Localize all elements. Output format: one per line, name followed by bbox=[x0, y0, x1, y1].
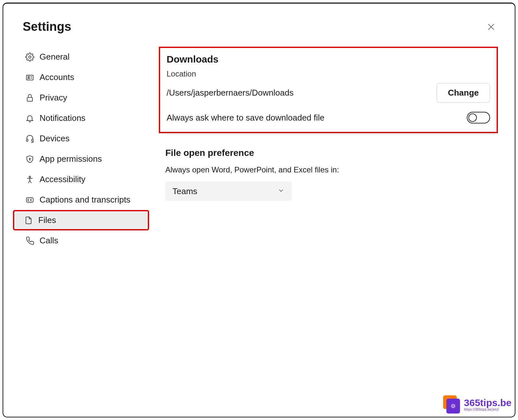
sidebar-item-label: Accessibility bbox=[40, 174, 86, 184]
svg-rect-8 bbox=[27, 139, 28, 141]
location-label: Location bbox=[167, 69, 490, 78]
svg-rect-13 bbox=[27, 198, 33, 202]
always-ask-label: Always ask where to save downloaded file bbox=[167, 113, 324, 123]
section-divider bbox=[165, 134, 495, 135]
svg-point-14 bbox=[452, 405, 454, 407]
svg-point-10 bbox=[29, 158, 30, 159]
phone-icon bbox=[25, 236, 37, 245]
sidebar-item-accounts[interactable]: Accounts bbox=[23, 67, 149, 88]
always-ask-toggle[interactable] bbox=[467, 112, 490, 123]
sidebar-item-calls[interactable]: Calls bbox=[23, 230, 149, 251]
id-card-icon bbox=[25, 73, 37, 82]
bell-icon bbox=[25, 114, 37, 123]
sidebar-item-label: App permissions bbox=[40, 154, 102, 164]
svg-point-12 bbox=[29, 176, 31, 178]
sidebar-item-general[interactable]: General bbox=[23, 47, 149, 67]
sidebar-item-devices[interactable]: Devices bbox=[23, 128, 149, 149]
toggle-knob bbox=[468, 113, 477, 122]
watermark-badge bbox=[443, 395, 460, 414]
download-location-path: /Users/jasperbernaers/Downloads bbox=[167, 88, 294, 98]
sidebar-item-label: Notifications bbox=[40, 113, 86, 123]
content-pane: Downloads Location /Users/jasperbernaers… bbox=[149, 47, 495, 404]
watermark-text: 365tips.be bbox=[464, 398, 512, 408]
location-row: /Users/jasperbernaers/Downloads Change bbox=[167, 83, 490, 103]
settings-modal: Settings General bbox=[3, 3, 515, 417]
sidebar-item-captions[interactable]: Captions and transcripts bbox=[23, 190, 149, 210]
body: General Accounts bbox=[23, 47, 495, 404]
lock-icon bbox=[25, 93, 37, 102]
sidebar-item-notifications[interactable]: Notifications bbox=[23, 108, 149, 128]
sidebar-item-label: Calls bbox=[40, 236, 58, 246]
sidebar-item-accessibility[interactable]: Accessibility bbox=[23, 169, 149, 190]
watermark: 365tips.be https://365tips.be(en)/ bbox=[443, 395, 512, 414]
headset-icon bbox=[25, 134, 37, 143]
close-icon[interactable] bbox=[487, 23, 495, 31]
chevron-down-icon bbox=[277, 187, 285, 195]
page-title: Settings bbox=[23, 20, 71, 34]
header: Settings bbox=[23, 20, 495, 34]
sidebar-item-label: General bbox=[40, 52, 70, 62]
downloads-section: Downloads Location /Users/jasperbernaers… bbox=[159, 47, 498, 133]
sidebar-item-files[interactable]: Files bbox=[13, 210, 149, 230]
sidebar-item-privacy[interactable]: Privacy bbox=[23, 88, 149, 108]
watermark-text-wrap: 365tips.be https://365tips.be(en)/ bbox=[464, 398, 512, 411]
sidebar-item-label: Files bbox=[38, 215, 56, 225]
sidebar-item-label: Accounts bbox=[40, 72, 74, 82]
change-button[interactable]: Change bbox=[437, 83, 490, 103]
sidebar-item-app-permissions[interactable]: App permissions bbox=[23, 149, 149, 169]
file-open-subtext: Always open Word, PowerPoint, and Excel … bbox=[165, 165, 495, 174]
svg-point-4 bbox=[28, 76, 29, 78]
svg-point-2 bbox=[29, 56, 31, 58]
shield-key-icon bbox=[25, 155, 37, 164]
svg-rect-9 bbox=[32, 139, 33, 141]
cc-icon bbox=[25, 195, 37, 204]
dropdown-value: Teams bbox=[172, 186, 197, 196]
person-icon bbox=[25, 175, 37, 184]
sidebar-item-label: Privacy bbox=[40, 93, 67, 103]
sidebar-item-label: Devices bbox=[40, 134, 69, 144]
file-open-heading: File open preference bbox=[165, 148, 495, 158]
file-open-dropdown[interactable]: Teams bbox=[165, 181, 292, 201]
svg-rect-3 bbox=[27, 75, 33, 80]
file-icon bbox=[24, 216, 36, 225]
always-ask-row: Always ask where to save downloaded file bbox=[167, 112, 490, 123]
sidebar-item-label: Captions and transcripts bbox=[40, 195, 130, 205]
downloads-heading: Downloads bbox=[167, 54, 490, 65]
watermark-subtext: https://365tips.be(en)/ bbox=[464, 408, 512, 411]
gear-icon bbox=[25, 52, 37, 62]
svg-rect-7 bbox=[27, 97, 32, 101]
sidebar: General Accounts bbox=[23, 47, 149, 404]
